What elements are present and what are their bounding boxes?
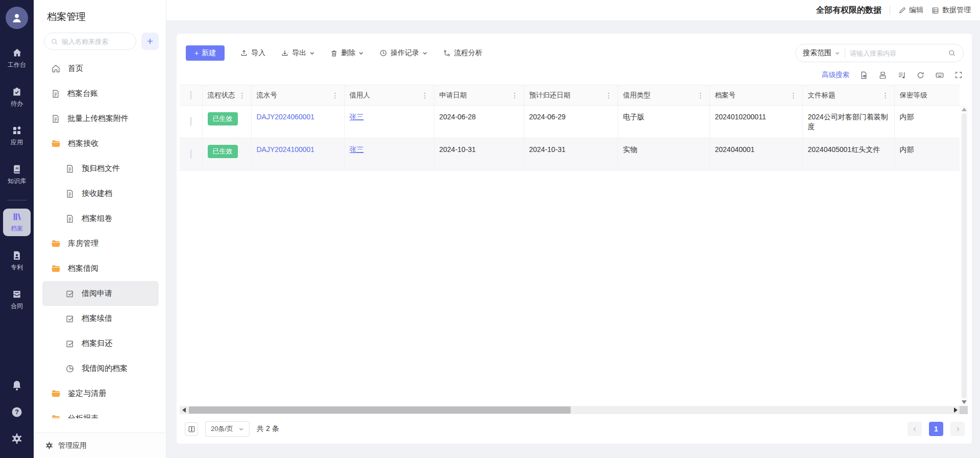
sidebar-item-archive-borrow[interactable]: 档案借阅 bbox=[34, 256, 166, 281]
flow-analysis-button[interactable]: 流程分析 bbox=[443, 48, 482, 58]
column-menu-icon[interactable]: ⋮ bbox=[511, 91, 519, 99]
row-checkbox[interactable] bbox=[190, 149, 191, 159]
column-menu-icon[interactable]: ⋮ bbox=[332, 91, 339, 99]
sidebar-search[interactable] bbox=[44, 33, 136, 50]
home-outline-icon bbox=[51, 64, 61, 73]
sidebar-item-archive-return[interactable]: 档案归还 bbox=[34, 331, 166, 356]
column-header: 文件标题 bbox=[808, 91, 836, 100]
row-config-icon[interactable] bbox=[897, 71, 906, 80]
scroll-left-icon[interactable] bbox=[180, 406, 188, 414]
check-square-icon bbox=[65, 339, 75, 348]
sidebar-item-appraisal-list[interactable]: 鉴定与清册 bbox=[34, 381, 166, 406]
refresh-icon[interactable] bbox=[916, 71, 925, 80]
rail-item-knowledge-base[interactable]: AI 知识库 bbox=[3, 161, 31, 189]
column-menu-icon[interactable]: ⋮ bbox=[790, 91, 797, 99]
doc-preview-icon[interactable] bbox=[860, 71, 868, 80]
pagination-bar: 20条/页 共 2 条 1 bbox=[177, 414, 972, 444]
document-icon bbox=[65, 189, 75, 198]
sidebar-item-archive-ledger[interactable]: 档案台账 bbox=[34, 81, 166, 106]
sidebar-item-archive-receive[interactable]: 档案接收 bbox=[34, 131, 166, 156]
rail-item-apps[interactable]: 应用 bbox=[3, 122, 31, 150]
borrower-link[interactable]: 张三 bbox=[350, 113, 364, 121]
fullscreen-icon[interactable] bbox=[954, 71, 963, 79]
rail-item-label: 待办 bbox=[11, 99, 23, 108]
export-button[interactable]: 导出 bbox=[281, 48, 315, 58]
page-size-select[interactable]: 20条/页 bbox=[205, 421, 250, 437]
advanced-search-link[interactable]: 高级搜索 bbox=[822, 70, 849, 80]
folder-icon bbox=[51, 389, 61, 398]
settings-gear-icon[interactable] bbox=[11, 432, 23, 445]
sidebar-item-analysis-report[interactable]: 分析报表 bbox=[34, 406, 166, 418]
rail-item-todo[interactable]: 待办 bbox=[3, 84, 31, 111]
column-menu-icon[interactable]: ⋮ bbox=[882, 91, 889, 99]
vertical-scroll-thumb[interactable] bbox=[962, 113, 967, 398]
database-icon bbox=[932, 7, 939, 14]
delete-button[interactable]: 删除 bbox=[330, 48, 364, 58]
sidebar-item-receive-filing[interactable]: 接收建档 bbox=[34, 181, 166, 206]
upload-icon bbox=[240, 49, 248, 57]
table-row[interactable]: 已生效 DAJY2024100001 张三 2024-10-31 2024-10… bbox=[180, 138, 960, 171]
next-page-button[interactable] bbox=[950, 422, 965, 436]
row-checkbox[interactable] bbox=[190, 117, 191, 126]
new-button[interactable]: + 新建 bbox=[186, 45, 225, 61]
column-menu-icon[interactable]: ⋮ bbox=[697, 91, 704, 99]
edit-button[interactable]: 编辑 bbox=[898, 6, 923, 15]
table-row[interactable]: 已生效 DAJY2024060001 张三 2024-06-28 2024-06… bbox=[180, 106, 960, 138]
rail-item-patent[interactable]: 专利 bbox=[3, 247, 31, 275]
patent-doc-icon bbox=[12, 250, 22, 261]
column-menu-icon[interactable]: ⋮ bbox=[239, 91, 246, 99]
select-all-checkbox[interactable] bbox=[190, 91, 191, 99]
notification-bell-icon[interactable] bbox=[11, 379, 23, 392]
help-icon[interactable]: ? bbox=[11, 406, 23, 418]
search-scope-dropdown[interactable]: 搜索范围 bbox=[803, 48, 840, 58]
card-view-icon[interactable] bbox=[878, 71, 887, 80]
prev-page-button[interactable] bbox=[908, 422, 922, 436]
secrecy-level: 内部 bbox=[900, 145, 914, 154]
rail-item-workbench[interactable]: 工作台 bbox=[3, 44, 31, 72]
column-menu-icon[interactable]: ⋮ bbox=[605, 91, 612, 99]
scroll-down-icon[interactable] bbox=[962, 400, 967, 404]
manage-app-button[interactable]: 管理应用 bbox=[34, 432, 166, 458]
vertical-scrollbar[interactable] bbox=[961, 106, 968, 406]
data-scope-label[interactable]: 全部有权限的数据 bbox=[816, 5, 881, 16]
table-search-input[interactable] bbox=[850, 49, 943, 57]
data-manage-button[interactable]: 数据管理 bbox=[932, 6, 971, 15]
sidebar-item-archive-renew[interactable]: 档案续借 bbox=[34, 306, 166, 331]
add-button[interactable]: + bbox=[141, 33, 159, 50]
scroll-right-icon[interactable] bbox=[951, 406, 960, 414]
folder-icon bbox=[51, 414, 61, 418]
operation-log-button[interactable]: 操作记录 bbox=[379, 48, 428, 58]
row-height-button[interactable] bbox=[185, 422, 198, 436]
serial-link[interactable]: DAJY2024060001 bbox=[257, 113, 315, 121]
borrower-link[interactable]: 张三 bbox=[350, 145, 364, 154]
current-page-button[interactable]: 1 bbox=[929, 422, 943, 436]
column-header: 档案号 bbox=[715, 91, 736, 100]
horizontal-scrollbar[interactable] bbox=[180, 406, 968, 414]
sidebar-item-archive-binding[interactable]: 档案组卷 bbox=[34, 206, 166, 231]
scroll-up-icon[interactable] bbox=[962, 108, 967, 111]
horizontal-scroll-track[interactable] bbox=[188, 406, 951, 414]
column-header: 借用类型 bbox=[623, 91, 651, 100]
rail-item-contract[interactable]: 合同 bbox=[3, 286, 31, 314]
keyboard-icon[interactable] bbox=[935, 70, 944, 80]
content-card: + 新建 导入 导出 删除 bbox=[177, 34, 972, 444]
sidebar-item-pre-archive-file[interactable]: 预归档文件 bbox=[34, 156, 166, 181]
top-bar: 全部有权限的数据 编辑 数据管理 bbox=[166, 0, 980, 20]
trash-icon bbox=[330, 49, 338, 57]
sidebar-item-warehouse[interactable]: 库房管理 bbox=[34, 231, 166, 256]
sidebar-search-input[interactable] bbox=[62, 38, 123, 45]
sidebar-item-home[interactable]: 首页 bbox=[34, 56, 166, 81]
total-count: 共 2 条 bbox=[257, 424, 279, 434]
column-menu-icon[interactable]: ⋮ bbox=[422, 91, 429, 99]
search-icon[interactable] bbox=[948, 49, 956, 57]
avatar[interactable] bbox=[6, 7, 28, 29]
sidebar-item-batch-upload[interactable]: 批量上传档案附件 bbox=[34, 106, 166, 131]
import-button[interactable]: 导入 bbox=[240, 48, 265, 58]
horizontal-scroll-thumb[interactable] bbox=[189, 406, 571, 414]
sidebar-item-my-borrowed[interactable]: 我借阅的档案 bbox=[34, 356, 166, 381]
serial-link[interactable]: DAJY2024100001 bbox=[257, 145, 315, 154]
sidebar-item-borrow-apply[interactable]: 借阅申请 bbox=[42, 281, 159, 306]
apps-grid-icon bbox=[12, 125, 22, 136]
rail-item-archive[interactable]: 档案 bbox=[3, 209, 31, 236]
table-search: 搜索范围 bbox=[795, 44, 964, 62]
